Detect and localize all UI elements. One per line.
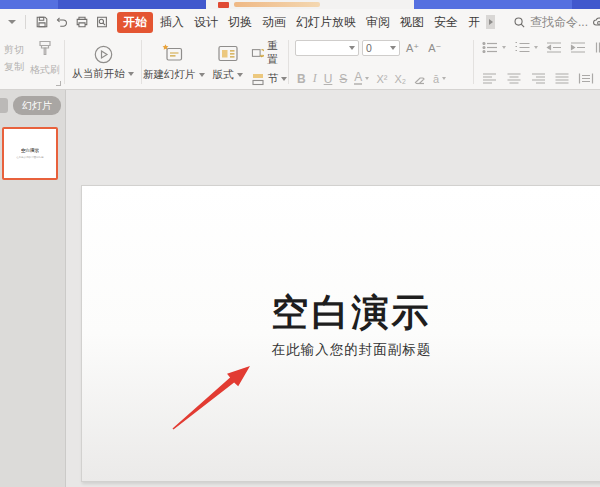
panel-tab-bar: 幻灯片: [0, 90, 65, 115]
font-name-combobox[interactable]: [295, 40, 359, 56]
slide-subtitle-placeholder[interactable]: 在此输入您的封面副标题: [82, 341, 600, 359]
window-tabstrip: [0, 0, 600, 9]
superscript-button[interactable]: X²: [376, 73, 387, 85]
clear-format-eraser-icon[interactable]: [413, 72, 426, 85]
clipboard-group: 剪切 复制 格式刷: [0, 35, 64, 89]
char-shading-button[interactable]: ā: [433, 73, 439, 85]
chevron-down-icon: [199, 73, 205, 77]
distribute-text-icon[interactable]: [578, 72, 594, 85]
chevron-down-icon: [128, 72, 134, 76]
section-icon: [251, 72, 265, 86]
slide-panel: 幻灯片 空白演示 在此输入您的封面副标题: [0, 90, 66, 487]
reset-label: 重置: [267, 39, 287, 67]
italic-button[interactable]: I: [313, 71, 317, 86]
chevron-down-icon: [390, 46, 396, 50]
print-icon[interactable]: [75, 15, 89, 29]
tab-review[interactable]: 审阅: [361, 11, 395, 34]
chevron-down-icon: [349, 46, 355, 50]
align-left-icon[interactable]: [482, 72, 498, 85]
print-preview-icon[interactable]: [95, 15, 109, 29]
dialog-launcher-icon[interactable]: [56, 81, 61, 86]
tab-slideshow[interactable]: 幻灯片放映: [291, 11, 361, 34]
more-tabs-button[interactable]: [486, 15, 495, 29]
slides-group: 新建幻灯片 版式: [142, 35, 288, 89]
justify-icon[interactable]: [554, 72, 570, 85]
format-painter-icon: [35, 39, 55, 61]
divider: [25, 15, 26, 29]
text-direction-icon[interactable]: [594, 41, 600, 54]
chevron-down-icon[interactable]: [442, 77, 446, 80]
chevron-down-icon[interactable]: [502, 46, 506, 49]
document-tab[interactable]: [206, 0, 414, 9]
reset-icon: [251, 46, 264, 60]
layout-icon: [216, 42, 240, 66]
format-painter-button[interactable]: 格式刷: [30, 39, 60, 78]
font-size-value: 0: [366, 42, 372, 54]
increase-indent-icon[interactable]: [570, 41, 586, 54]
home-ribbon: 剪切 复制 格式刷 从当前开始: [0, 35, 600, 90]
grow-font-button[interactable]: A⁺: [403, 42, 422, 55]
slide-title-text[interactable]: 空白演示: [82, 288, 600, 338]
menubar-right-buttons: 未同步 分享 批注: [588, 14, 600, 31]
cut-button[interactable]: 剪切: [4, 41, 24, 58]
tab-dev-truncated[interactable]: 开: [463, 11, 485, 34]
active-window-tab[interactable]: [58, 0, 206, 9]
section-button[interactable]: 节: [251, 72, 288, 86]
play-from-current-button[interactable]: 从当前开始: [65, 35, 141, 89]
chevron-down-icon: [237, 73, 243, 77]
copy-button[interactable]: 复制: [4, 58, 24, 75]
strikethrough-button[interactable]: S: [339, 72, 347, 86]
paragraph-group: [474, 35, 600, 89]
reset-button[interactable]: 重置: [251, 39, 288, 67]
wps-presentation-window: 开始 插入 设计 切换 动画 幻灯片放映 审阅 视图 安全 开 查找命令...: [0, 0, 600, 487]
chevron-down-icon: [281, 77, 287, 81]
align-center-icon[interactable]: [506, 72, 522, 85]
quick-access-toolbar: [4, 15, 113, 29]
tab-view[interactable]: 视图: [395, 11, 429, 34]
chevron-down-icon[interactable]: [534, 46, 538, 49]
align-right-icon[interactable]: [530, 72, 546, 85]
ribbon-options-chevron-icon[interactable]: [8, 20, 16, 24]
document-tab-title-blur: [234, 2, 320, 7]
slide-page[interactable]: 空白演示 在此输入您的封面副标题: [81, 185, 600, 482]
numbered-list-icon[interactable]: [514, 41, 530, 54]
tab-home[interactable]: 开始: [117, 12, 153, 33]
tabstrip-right-tab[interactable]: [572, 0, 600, 9]
slide-canvas: 空白演示 在此输入您的封面副标题: [67, 90, 600, 487]
save-icon[interactable]: [35, 15, 49, 29]
thumbnail-title: 空白演示: [21, 147, 39, 152]
find-command-label: 查找命令...: [530, 14, 588, 31]
subscript-button[interactable]: X₂: [394, 73, 406, 85]
tab-design[interactable]: 设计: [189, 11, 223, 34]
ribbon-tabs: 开始 插入 设计 切换 动画 幻灯片放映 审阅 视图 安全 开: [117, 11, 495, 34]
layout-button[interactable]: 版式: [213, 42, 243, 82]
cloud-sync-icon: [592, 15, 600, 29]
tab-security[interactable]: 安全: [429, 11, 463, 34]
shrink-font-button[interactable]: A⁻: [425, 42, 444, 55]
underline-button[interactable]: U: [324, 72, 333, 86]
find-command-box[interactable]: 查找命令...: [513, 14, 588, 31]
font-group: 0 A⁺ A⁻ B I U S A X² X₂ ā: [289, 35, 473, 89]
new-slide-icon: [162, 42, 186, 66]
play-from-current-label: 从当前开始: [72, 67, 125, 81]
decrease-indent-icon[interactable]: [546, 41, 562, 54]
chevron-right-icon: [489, 19, 493, 25]
undo-icon[interactable]: [55, 15, 69, 29]
sync-status-button[interactable]: 未同步: [588, 14, 600, 31]
outline-tab-partial[interactable]: [0, 98, 8, 113]
font-color-button[interactable]: A: [354, 72, 362, 85]
tab-transitions[interactable]: 切换: [223, 11, 257, 34]
section-label: 节: [268, 72, 279, 86]
tab-animations[interactable]: 动画: [257, 11, 291, 34]
layout-label: 版式: [213, 68, 234, 82]
font-size-combobox[interactable]: 0: [362, 40, 400, 56]
slides-panel-tab[interactable]: 幻灯片: [13, 96, 61, 115]
document-tab-icon: [218, 2, 229, 8]
bullet-list-icon[interactable]: [482, 41, 498, 54]
chevron-down-icon[interactable]: [365, 77, 369, 80]
slide-thumbnail-1[interactable]: 空白演示 在此输入您的封面副标题: [2, 127, 58, 180]
new-slide-button[interactable]: 新建幻灯片: [143, 42, 205, 82]
bold-button[interactable]: B: [297, 72, 306, 86]
menu-bar: 开始 插入 设计 切换 动画 幻灯片放映 审阅 视图 安全 开 查找命令...: [0, 9, 600, 35]
tab-insert[interactable]: 插入: [155, 11, 189, 34]
